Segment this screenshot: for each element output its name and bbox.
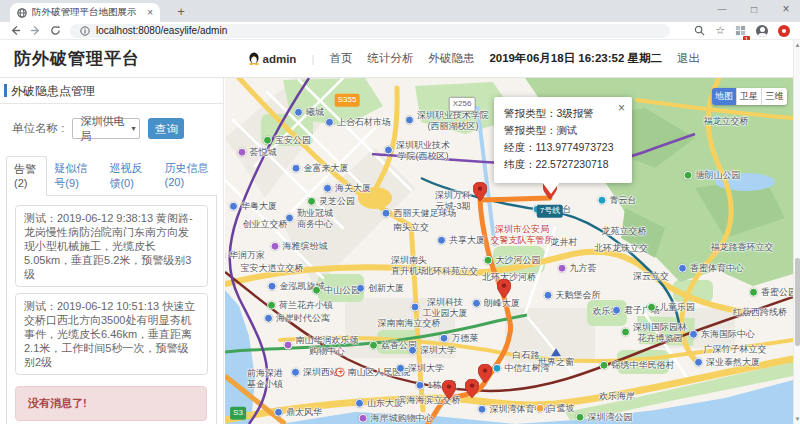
popup-alert-type: 警报类型：3级报警 bbox=[504, 105, 622, 122]
alert-message[interactable]: 测试：2019-06-12 9:38:13 黄阁路-龙岗慢性病防治院南门东南方向… bbox=[15, 205, 208, 287]
logout-link[interactable]: 退出 bbox=[677, 51, 700, 66]
unit-select-value: 深圳供电局 bbox=[80, 114, 131, 144]
popup-latitude: 纬度：22.5727230718 bbox=[504, 156, 622, 173]
username: admin bbox=[263, 53, 297, 65]
zoom-search-icon[interactable] bbox=[694, 25, 705, 36]
alert-list: 测试：2019-06-12 9:38:13 黄阁路-龙岗慢性病防治院南门东南方向… bbox=[6, 196, 217, 424]
no-more-messages: 没有消息了! bbox=[15, 386, 207, 421]
globe-icon bbox=[17, 8, 27, 18]
maximize-button[interactable]: □ bbox=[748, 4, 760, 15]
alert-info-popup: × 警报类型：3级报警 警报类型：测试 经度：113.9774973723 纬度… bbox=[494, 97, 632, 183]
popup-alert-subtype: 警报类型：测试 bbox=[504, 122, 622, 139]
scrollbar-thumb[interactable] bbox=[795, 258, 800, 346]
sidebar: 外破隐患点管理 单位名称 : 深圳供电局 ▾ 查询 告警(2) 疑似信号(9) … bbox=[0, 78, 224, 424]
map-marker[interactable] bbox=[497, 279, 511, 298]
map-marker[interactable] bbox=[465, 379, 479, 398]
bookmark-star-icon[interactable]: ☆ bbox=[715, 25, 725, 36]
app-title: 防外破管理平台 bbox=[14, 47, 140, 70]
map-marker[interactable] bbox=[478, 364, 492, 383]
accent-bar bbox=[4, 84, 7, 97]
address-bar[interactable]: localhost:8080/easylife/admin bbox=[70, 24, 670, 38]
user-chip[interactable]: admin bbox=[248, 52, 297, 65]
tab-patrol-feedback[interactable]: 巡视反馈(0) bbox=[102, 156, 157, 195]
extension-icon[interactable]: 1 bbox=[735, 22, 746, 40]
app-header: 防外破管理平台 admin | 首页 统计分析 外破隐患 2019年06月18日… bbox=[0, 40, 800, 78]
profile-icon[interactable] bbox=[756, 25, 768, 37]
alert-message[interactable]: 测试：2019-06-12 10:51:13 快速立交桥口西北方向3500处有明… bbox=[15, 293, 208, 375]
sidebar-section-header: 外破隐患点管理 bbox=[0, 78, 223, 104]
forward-icon[interactable] bbox=[30, 25, 41, 36]
search-button[interactable]: 查询 bbox=[148, 118, 184, 139]
qq-avatar-icon bbox=[248, 52, 260, 65]
header-divider: | bbox=[311, 53, 314, 65]
tab-title: 防外破管理平台地图展示 bbox=[32, 6, 142, 19]
tab-suspect-signals[interactable]: 疑似信号(9) bbox=[47, 156, 102, 195]
back-icon[interactable] bbox=[10, 25, 21, 36]
close-button[interactable]: × bbox=[780, 2, 792, 16]
nav-statistics[interactable]: 统计分析 bbox=[367, 51, 413, 66]
map-canvas[interactable]: 曦城上合石材市场宝安公园荟悦城金富来大厦海关大厦灵芝公园勤业冠城 商务中心华粤大… bbox=[225, 78, 793, 424]
window-controls: — □ × bbox=[716, 2, 792, 16]
header-datetime: 2019年06月18日 16:23:52 星期二 bbox=[489, 51, 662, 66]
browser-tab[interactable]: 防外破管理平台地图展示 × bbox=[10, 3, 160, 22]
page-scrollbar[interactable]: ▲ ▼ bbox=[793, 40, 800, 424]
urlbar-actions: ☆ 1 bbox=[694, 22, 790, 40]
map-type-satellite[interactable]: 卫星 bbox=[737, 88, 762, 105]
map-type-3d[interactable]: 三维 bbox=[762, 88, 787, 105]
popup-close-icon[interactable]: × bbox=[618, 101, 625, 115]
map-marker[interactable] bbox=[473, 182, 487, 201]
unit-select[interactable]: 深圳供电局 ▾ bbox=[72, 118, 140, 139]
minimize-button[interactable]: — bbox=[716, 4, 728, 14]
url-text: localhost:8080/easylife/admin bbox=[96, 25, 227, 36]
alert-tabs: 告警(2) 疑似信号(9) 巡视反馈(0) 历史信息(20) bbox=[6, 156, 217, 196]
scroll-up-icon[interactable]: ▲ bbox=[794, 40, 800, 50]
nav-hazards[interactable]: 外破隐患 bbox=[428, 51, 474, 66]
section-title: 外破隐患点管理 bbox=[11, 78, 95, 104]
alert-tab-panel: 告警(2) 疑似信号(9) 巡视反馈(0) 历史信息(20) 测试：2019-0… bbox=[6, 156, 217, 424]
map-type-controls: 地图 卫星 三维 bbox=[712, 88, 787, 105]
tab-alerts[interactable]: 告警(2) bbox=[6, 156, 47, 196]
new-tab-button[interactable]: + bbox=[172, 4, 190, 20]
map-type-standard[interactable]: 地图 bbox=[712, 88, 737, 105]
header-right: admin | 首页 统计分析 外破隐患 2019年06月18日 16:23:5… bbox=[248, 51, 786, 66]
unit-label: 单位名称 : bbox=[12, 121, 64, 136]
tab-history[interactable]: 历史信息(20) bbox=[158, 156, 217, 195]
browser-tabbar: 防外破管理平台地图展示 × + — □ × bbox=[0, 0, 800, 22]
screen: 防外破管理平台地图展示 × + — □ × localhost:8080/eas… bbox=[0, 0, 800, 424]
browser-update-icon[interactable] bbox=[778, 25, 790, 37]
scroll-down-icon[interactable]: ▼ bbox=[794, 414, 800, 424]
popup-longitude: 经度：113.9774973723 bbox=[504, 139, 622, 156]
tab-close-icon[interactable]: × bbox=[147, 7, 153, 18]
chevron-down-icon: ▾ bbox=[131, 124, 135, 133]
nav-home[interactable]: 首页 bbox=[329, 51, 352, 66]
reload-icon[interactable] bbox=[50, 25, 61, 36]
info-icon[interactable] bbox=[80, 26, 90, 36]
browser-urlbar: localhost:8080/easylife/admin ☆ 1 bbox=[0, 22, 800, 40]
map-marker[interactable] bbox=[442, 380, 456, 399]
unit-filter-form: 单位名称 : 深圳供电局 ▾ 查询 bbox=[0, 104, 223, 151]
